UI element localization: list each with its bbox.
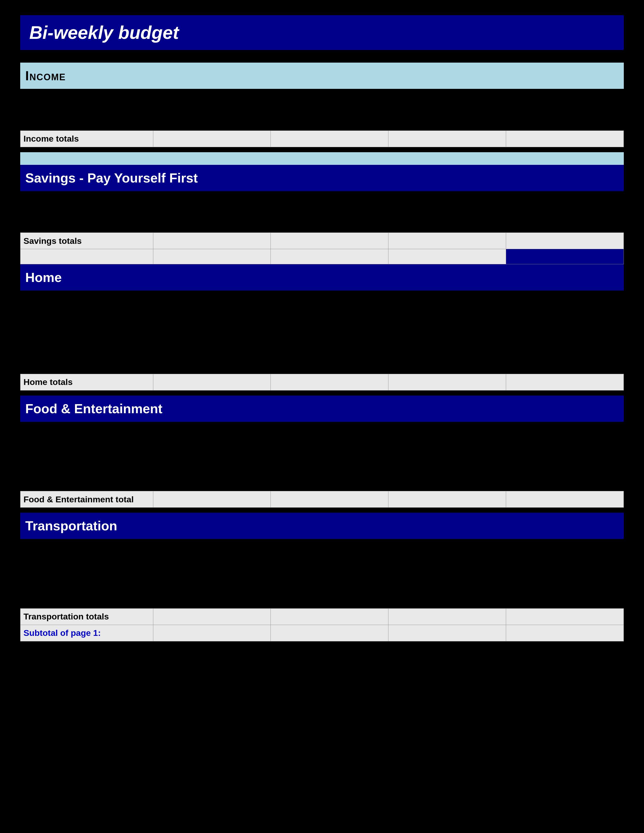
table-cell (506, 553, 624, 567)
table-cell (506, 103, 624, 117)
table-cell (506, 360, 624, 374)
table-row (21, 89, 624, 103)
table-cell (21, 205, 153, 219)
income-header: Income (20, 63, 624, 89)
table-cell (153, 360, 271, 374)
home-title: Home (25, 270, 62, 285)
table-cell (21, 318, 153, 332)
table-cell (153, 463, 271, 477)
table-cell (153, 318, 271, 332)
table-cell (506, 233, 624, 249)
table-cell (271, 360, 388, 374)
table-cell (388, 249, 506, 264)
transportation-title: Transportation (25, 518, 117, 533)
table-cell (271, 463, 388, 477)
table-cell (271, 233, 388, 249)
table-cell (506, 332, 624, 346)
table-row (21, 595, 624, 608)
page-container: Bi-weekly budget Income (20, 15, 624, 642)
table-cell (271, 346, 388, 360)
table-cell (153, 422, 271, 436)
income-table: Income totals (20, 89, 624, 147)
table-row (21, 117, 624, 130)
table-cell (506, 89, 624, 103)
table-cell (388, 539, 506, 553)
table-row (21, 567, 624, 581)
transportation-header: Transportation (20, 513, 624, 539)
table-cell (388, 422, 506, 436)
table-cell (153, 491, 271, 508)
table-row (21, 291, 624, 304)
table-cell (271, 219, 388, 233)
table-cell (21, 450, 153, 463)
table-row (21, 436, 624, 450)
table-cell (271, 374, 388, 390)
home-table: Home totals (20, 291, 624, 391)
income-title: Income (25, 68, 66, 83)
savings-header-light (20, 152, 624, 165)
table-cell (271, 595, 388, 608)
table-cell (21, 581, 153, 595)
table-cell (153, 191, 271, 205)
table-cell (153, 539, 271, 553)
table-cell (506, 625, 624, 641)
table-cell (271, 491, 388, 508)
table-cell (506, 436, 624, 450)
table-cell (388, 374, 506, 390)
table-cell (506, 318, 624, 332)
table-cell (21, 332, 153, 346)
table-cell (153, 581, 271, 595)
food-title: Food & Entertainment (25, 401, 163, 416)
savings-totals-row: Savings totals (21, 233, 624, 249)
table-cell (153, 567, 271, 581)
table-cell (271, 291, 388, 304)
table-cell (21, 249, 153, 264)
transportation-table: Transportation totals Subtotal of page 1… (20, 539, 624, 642)
table-cell (388, 491, 506, 508)
table-cell (153, 625, 271, 641)
table-row (21, 103, 624, 117)
savings-header: Savings - Pay Yourself First (20, 165, 624, 191)
transportation-section: Transportation (20, 513, 624, 642)
home-header: Home (20, 264, 624, 291)
table-cell (388, 463, 506, 477)
table-cell (506, 304, 624, 318)
savings-table: Savings totals (20, 191, 624, 265)
table-row (21, 346, 624, 360)
table-cell (21, 219, 153, 233)
table-cell (388, 608, 506, 625)
table-cell (388, 553, 506, 567)
table-cell (21, 553, 153, 567)
transportation-totals-label: Transportation totals (21, 608, 153, 625)
table-cell (271, 304, 388, 318)
table-cell (153, 450, 271, 463)
table-cell (271, 625, 388, 641)
table-cell (153, 103, 271, 117)
table-cell (506, 581, 624, 595)
table-cell (388, 360, 506, 374)
home-totals-row: Home totals (21, 374, 624, 390)
transportation-totals-row: Transportation totals (21, 608, 624, 625)
table-cell (271, 117, 388, 130)
table-cell (153, 595, 271, 608)
table-cell (388, 332, 506, 346)
food-totals-row: Food & Entertainment total (21, 491, 624, 508)
table-cell (271, 422, 388, 436)
table-cell (388, 450, 506, 463)
table-cell (271, 539, 388, 553)
table-cell (21, 539, 153, 553)
table-cell (506, 491, 624, 508)
table-cell (21, 595, 153, 608)
table-cell (153, 374, 271, 390)
table-cell (271, 332, 388, 346)
table-row (21, 450, 624, 463)
table-cell (388, 291, 506, 304)
table-row (21, 332, 624, 346)
table-cell (506, 608, 624, 625)
table-cell (506, 249, 624, 264)
table-cell (21, 463, 153, 477)
table-cell (506, 539, 624, 553)
table-row (21, 219, 624, 233)
table-cell (506, 595, 624, 608)
table-cell (271, 318, 388, 332)
